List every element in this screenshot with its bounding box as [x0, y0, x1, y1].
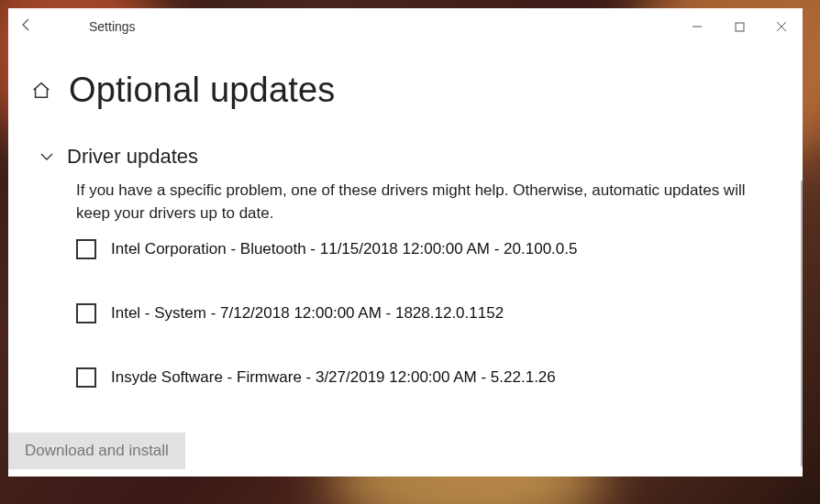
- driver-checkbox[interactable]: [76, 367, 96, 388]
- section-title: Driver updates: [67, 145, 198, 169]
- window-title: Settings: [89, 19, 136, 34]
- driver-label: Intel Corporation - Bluetooth - 11/15/20…: [111, 240, 577, 258]
- list-item: Intel - System - 7/12/2018 12:00:00 AM -…: [76, 303, 781, 323]
- driver-checkbox[interactable]: [76, 303, 96, 323]
- maximize-button[interactable]: [718, 8, 760, 45]
- home-icon[interactable]: [30, 80, 52, 102]
- content-area: Optional updates Driver updates If you h…: [8, 45, 803, 477]
- driver-list: Intel Corporation - Bluetooth - 11/15/20…: [76, 239, 781, 388]
- svg-rect-1: [736, 23, 744, 31]
- back-icon: [19, 17, 34, 37]
- page-title: Optional updates: [69, 71, 336, 110]
- window-controls: [676, 8, 803, 45]
- minimize-button[interactable]: [676, 8, 718, 45]
- driver-checkbox[interactable]: [76, 239, 96, 259]
- download-install-button[interactable]: Download and install: [8, 433, 185, 469]
- section-description: If you have a specific problem, one of t…: [76, 180, 781, 225]
- chevron-down-icon: [36, 146, 58, 168]
- titlebar: Settings: [8, 8, 803, 45]
- driver-label: Insyde Software - Firmware - 3/27/2019 1…: [111, 368, 556, 387]
- close-button[interactable]: [760, 8, 803, 45]
- driver-label: Intel - System - 7/12/2018 12:00:00 AM -…: [111, 304, 504, 323]
- section-header[interactable]: Driver updates: [36, 145, 781, 169]
- list-item: Intel Corporation - Bluetooth - 11/15/20…: [76, 239, 781, 259]
- back-button[interactable]: [8, 8, 45, 45]
- page-header: Optional updates: [30, 71, 781, 110]
- scrollbar-thumb[interactable]: [801, 181, 803, 466]
- list-item: Insyde Software - Firmware - 3/27/2019 1…: [76, 367, 781, 388]
- settings-window: Settings Optional updates Driver updates: [8, 8, 803, 477]
